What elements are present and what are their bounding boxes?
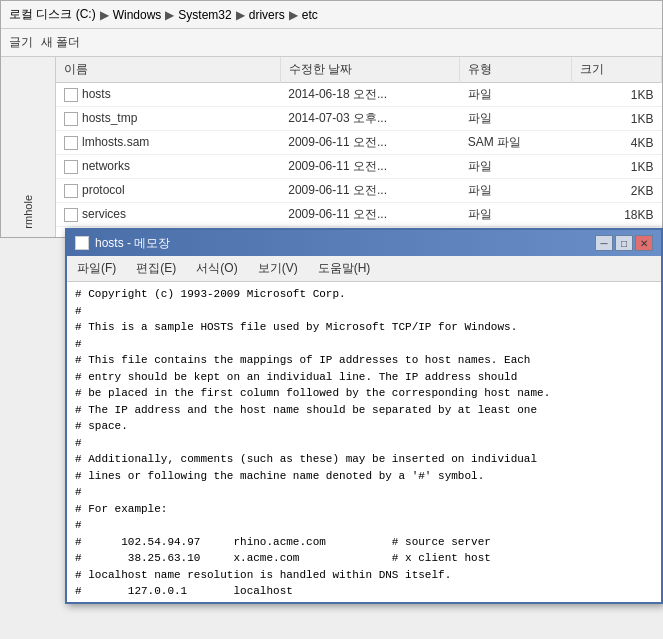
file-date: 2014-07-03 오후... [280, 107, 459, 131]
notepad-icon [75, 236, 89, 250]
toolbar: 글기 새 폴더 [1, 29, 662, 57]
notepad-title: hosts - 메모장 [95, 235, 170, 252]
menu-help[interactable]: 도움말(H) [308, 258, 381, 279]
notepad-titlebar-left: hosts - 메모장 [75, 235, 170, 252]
menu-format[interactable]: 서식(O) [186, 258, 247, 279]
file-name: protocol [56, 179, 280, 203]
go-back-button[interactable]: 글기 [9, 34, 33, 51]
file-size: 1KB [572, 107, 662, 131]
sidebar-label: rmhole [22, 195, 34, 229]
file-name: networks [56, 155, 280, 179]
col-header-date[interactable]: 수정한 날짜 [280, 57, 459, 83]
menu-view[interactable]: 보기(V) [248, 258, 308, 279]
notepad-content[interactable]: # Copyright (c) 1993-2009 Microsoft Corp… [67, 282, 661, 602]
file-name: services [56, 203, 280, 227]
file-explorer: 로컬 디스크 (C:) ▶ Windows ▶ System32 ▶ drive… [0, 0, 663, 238]
file-date: 2009-06-11 오전... [280, 155, 459, 179]
titlebar-controls: ─ □ ✕ [595, 235, 653, 251]
sidebar-panel: rmhole [1, 57, 56, 237]
table-row[interactable]: protocol 2009-06-11 오전... 파일 2KB [56, 179, 662, 203]
file-icon [64, 208, 78, 222]
file-type: 파일 [460, 203, 572, 227]
breadcrumb-part[interactable]: Windows [113, 8, 162, 22]
breadcrumb-part[interactable]: System32 [178, 8, 231, 22]
breadcrumb-sep: ▶ [289, 8, 298, 22]
breadcrumb-sep: ▶ [236, 8, 245, 22]
breadcrumb-sep: ▶ [165, 8, 174, 22]
breadcrumb: 로컬 디스크 (C:) ▶ Windows ▶ System32 ▶ drive… [1, 1, 662, 29]
file-size: 2KB [572, 179, 662, 203]
table-row[interactable]: hosts_tmp 2014-07-03 오후... 파일 1KB [56, 107, 662, 131]
notepad-titlebar: hosts - 메모장 ─ □ ✕ [67, 230, 661, 256]
file-date: 2009-06-11 오전... [280, 203, 459, 227]
file-name: hosts_tmp [56, 107, 280, 131]
file-icon [64, 160, 78, 174]
file-table: 이름 수정한 날짜 유형 크기 hosts 2014-06-18 오전... 파… [56, 57, 662, 227]
file-list: 이름 수정한 날짜 유형 크기 hosts 2014-06-18 오전... 파… [56, 57, 662, 237]
col-header-name[interactable]: 이름 [56, 57, 280, 83]
file-icon [64, 88, 78, 102]
file-type: 파일 [460, 179, 572, 203]
breadcrumb-sep: ▶ [100, 8, 109, 22]
minimize-button[interactable]: ─ [595, 235, 613, 251]
file-icon [64, 112, 78, 126]
file-icon [64, 184, 78, 198]
file-date: 2014-06-18 오전... [280, 83, 459, 107]
table-row[interactable]: networks 2009-06-11 오전... 파일 1KB [56, 155, 662, 179]
file-date: 2009-06-11 오전... [280, 131, 459, 155]
notepad-window: hosts - 메모장 ─ □ ✕ 파일(F) 편집(E) 서식(O) 보기(V… [65, 228, 663, 604]
file-size: 4KB [572, 131, 662, 155]
breadcrumb-part[interactable]: etc [302, 8, 318, 22]
file-size: 1KB [572, 155, 662, 179]
file-name: hosts [56, 83, 280, 107]
file-type: 파일 [460, 83, 572, 107]
file-type: 파일 [460, 107, 572, 131]
menu-file[interactable]: 파일(F) [67, 258, 126, 279]
file-type: SAM 파일 [460, 131, 572, 155]
file-type: 파일 [460, 155, 572, 179]
file-size: 18KB [572, 203, 662, 227]
file-icon [64, 136, 78, 150]
col-header-type[interactable]: 유형 [460, 57, 572, 83]
col-header-size[interactable]: 크기 [572, 57, 662, 83]
breadcrumb-part[interactable]: drivers [249, 8, 285, 22]
table-row[interactable]: lmhosts.sam 2009-06-11 오전... SAM 파일 4KB [56, 131, 662, 155]
new-folder-button[interactable]: 새 폴더 [41, 34, 80, 51]
file-date: 2009-06-11 오전... [280, 179, 459, 203]
close-button[interactable]: ✕ [635, 235, 653, 251]
table-row[interactable]: hosts 2014-06-18 오전... 파일 1KB [56, 83, 662, 107]
table-row[interactable]: services 2009-06-11 오전... 파일 18KB [56, 203, 662, 227]
notepad-menubar: 파일(F) 편집(E) 서식(O) 보기(V) 도움말(H) [67, 256, 661, 282]
maximize-button[interactable]: □ [615, 235, 633, 251]
breadcrumb-part[interactable]: 로컬 디스크 (C:) [9, 6, 96, 23]
file-name: lmhosts.sam [56, 131, 280, 155]
menu-edit[interactable]: 편집(E) [126, 258, 186, 279]
file-size: 1KB [572, 83, 662, 107]
